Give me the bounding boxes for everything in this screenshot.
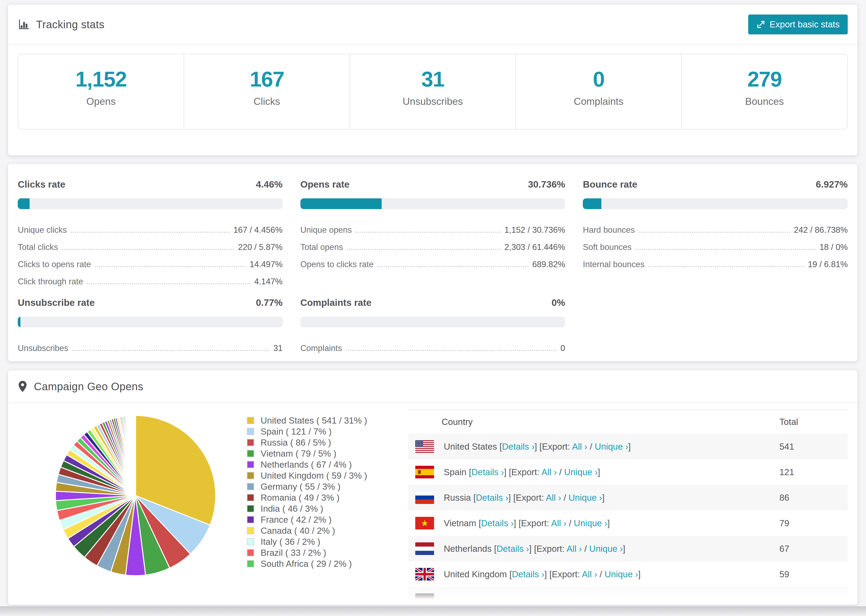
details-link[interactable]: Details › <box>496 544 529 554</box>
tracking-stats-card: Tracking stats Export basic stats 1,152O… <box>8 5 857 156</box>
rate-row-opens-to-clicks-rate: Opens to clicks rate689.82% <box>301 256 565 273</box>
rate-row-value: 19 / 6.81% <box>808 259 848 269</box>
legend-item-south-africa[interactable]: South Africa ( 29 / 2% ) <box>247 558 373 569</box>
flag-gb-icon <box>415 568 434 580</box>
legend-item-united-states[interactable]: United States ( 541 / 31% ) <box>247 415 373 426</box>
rate-rows: Hard bounces242 / 86.738%Soft bounces18 … <box>583 220 848 273</box>
legend-item-netherlands[interactable]: Netherlands ( 67 / 4% ) <box>247 459 373 470</box>
details-link[interactable]: Details › <box>476 493 508 503</box>
rate-head: Clicks rate4.46% <box>18 179 283 190</box>
legend-swatch <box>247 483 254 490</box>
stat-cell-opens: 1,152Opens <box>18 54 184 129</box>
total-cell: 541 <box>779 442 848 452</box>
dotted-leader <box>87 283 251 284</box>
legend-item-france[interactable]: France ( 42 / 2% ) <box>247 514 373 525</box>
flag-vn-icon <box>415 517 434 530</box>
dotted-leader <box>649 266 804 267</box>
legend-label: France ( 42 / 2% ) <box>261 515 332 525</box>
legend-swatch <box>247 461 254 468</box>
rate-block-unsubscribe-rate: Unsubscribe rate0.77%Unsubscribes31 <box>18 297 283 357</box>
stat-label: Unsubscribes <box>403 96 463 107</box>
export-unique-link[interactable]: Unique › <box>564 467 598 477</box>
dotted-leader <box>347 249 501 250</box>
export-basic-stats-button[interactable]: Export basic stats <box>748 14 848 35</box>
flag-ru-icon <box>415 491 434 504</box>
rate-value: 4.46% <box>256 179 282 190</box>
details-link[interactable]: Details › <box>481 518 514 528</box>
legend-item-brazil[interactable]: Brazil ( 33 / 2% ) <box>247 547 373 558</box>
details-link[interactable]: Details › <box>471 467 504 477</box>
country-cell: Russia [Details ›] [Export: All › / Uniq… <box>444 493 779 503</box>
legend-item-germany[interactable]: Germany ( 55 / 3% ) <box>247 481 373 492</box>
country-name: Netherlands <box>444 544 494 554</box>
rate-value: 30.736% <box>528 179 565 190</box>
export-unique-link[interactable]: Unique › <box>574 518 608 528</box>
geo-pie-chart <box>52 412 219 579</box>
export-unique-link[interactable]: Unique › <box>605 569 638 579</box>
rate-title: Complaints rate <box>301 297 372 308</box>
dotted-leader <box>635 249 816 250</box>
details-link[interactable]: Details › <box>512 569 544 579</box>
export-all-link[interactable]: All › <box>567 544 582 554</box>
legend-label: South Africa ( 29 / 2% ) <box>261 559 352 569</box>
page-bottom-band <box>0 606 866 616</box>
country-cell: Spain [Details ›] [Export: All › / Uniqu… <box>444 467 779 477</box>
rate-row-label: Complaints <box>301 344 342 353</box>
rate-row-label: Internal bounces <box>583 259 644 269</box>
progress-bar-track <box>583 198 848 209</box>
table-row-spain: Spain [Details ›] [Export: All › / Uniqu… <box>408 459 848 485</box>
legend-swatch <box>247 439 254 446</box>
total-cell: 67 <box>779 544 848 554</box>
progress-bar-track <box>301 198 565 209</box>
table-row-vietnam: Vietnam [Details ›] [Export: All › / Uni… <box>408 511 848 536</box>
export-all-link[interactable]: All › <box>572 442 587 451</box>
pie-slice-other-45[interactable] <box>135 415 135 496</box>
legend-item-spain[interactable]: Spain ( 121 / 7% ) <box>247 426 373 437</box>
legend-swatch <box>247 450 254 457</box>
legend-item-india[interactable]: India ( 46 / 3% ) <box>247 503 373 514</box>
dotted-leader <box>71 232 230 233</box>
dotted-leader <box>356 232 501 233</box>
legend-item-russia[interactable]: Russia ( 86 / 5% ) <box>247 437 373 448</box>
rate-head: Opens rate30.736% <box>301 179 565 190</box>
export-unique-link[interactable]: Unique › <box>595 442 628 451</box>
export-unique-link[interactable]: Unique › <box>568 493 602 503</box>
table-row-russia: Russia [Details ›] [Export: All › / Uniq… <box>408 485 848 511</box>
flag-es-icon <box>415 466 434 478</box>
dotted-leader <box>72 350 269 351</box>
stat-cell-clicks: 167Clicks <box>184 54 350 129</box>
legend-item-italy[interactable]: Italy ( 36 / 2% ) <box>247 536 373 547</box>
legend-swatch <box>247 472 254 479</box>
export-unique-link[interactable]: Unique › <box>589 544 623 554</box>
rate-rows: Complaints0 <box>301 338 565 357</box>
export-all-link[interactable]: All › <box>582 569 597 579</box>
export-all-link[interactable]: All › <box>542 467 557 477</box>
geo-table-header: Country Total <box>408 410 848 434</box>
rate-row-label: Unsubscribes <box>18 344 68 353</box>
rate-head: Complaints rate0% <box>301 297 565 308</box>
total-cell: 86 <box>779 493 848 503</box>
rate-title: Bounce rate <box>583 179 637 190</box>
legend-label: Romania ( 49 / 3% ) <box>261 493 339 503</box>
flag-nl-icon <box>415 542 434 555</box>
dotted-leader <box>94 266 246 267</box>
rates-card: Clicks rate4.46%Unique clicks167 / 4.456… <box>8 164 857 361</box>
dotted-leader <box>377 266 529 267</box>
details-link[interactable]: Details › <box>502 442 534 451</box>
rate-row-value: 220 / 5.87% <box>238 242 282 252</box>
legend-swatch <box>247 527 254 534</box>
dotted-leader <box>62 249 234 250</box>
column-header-country: Country <box>408 417 779 427</box>
export-all-link[interactable]: All › <box>546 493 561 503</box>
stat-cell-unsubscribes: 31Unsubscribes <box>350 54 516 129</box>
rate-row-label: Hard bounces <box>583 225 635 235</box>
export-all-link[interactable]: All › <box>551 518 567 528</box>
legend-item-romania[interactable]: Romania ( 49 / 3% ) <box>247 492 373 503</box>
legend-label: Brazil ( 33 / 2% ) <box>261 548 326 558</box>
legend-item-canada[interactable]: Canada ( 40 / 2% ) <box>247 525 373 536</box>
rate-row-label: Soft bounces <box>583 242 631 252</box>
legend-item-vietnam[interactable]: Vietnam ( 79 / 5% ) <box>247 448 373 459</box>
legend-item-united-kingdom[interactable]: United Kingdom ( 59 / 3% ) <box>247 470 373 481</box>
legend-swatch <box>247 560 254 567</box>
total-cell: 59 <box>779 569 848 580</box>
